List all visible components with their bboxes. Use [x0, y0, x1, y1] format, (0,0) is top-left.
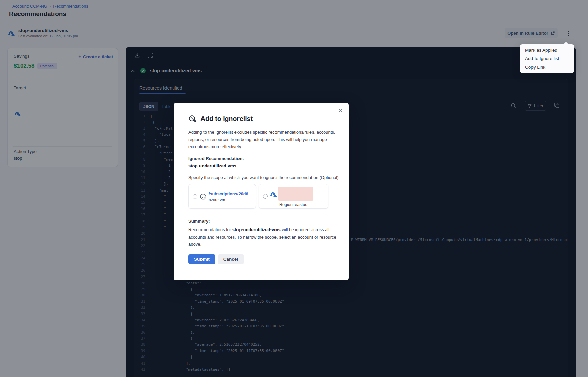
resource-scope-radio[interactable] — [263, 194, 268, 199]
ignored-recommendation-value: stop-underutilized-vms — [188, 163, 334, 168]
menu-item-copy-link[interactable]: Copy Link — [520, 63, 574, 71]
cancel-button[interactable]: Cancel — [218, 254, 244, 264]
scope-label: Specify the scope at which you want to i… — [188, 174, 340, 181]
subscription-link[interactable]: /subscriptions/20d6... — [209, 192, 252, 196]
resource-region: Region: eastus — [279, 202, 307, 207]
modal-title: Add to Ignorelist — [200, 115, 253, 123]
summary-label: Summary: — [188, 219, 334, 224]
menu-item-add-to-ignore-list[interactable]: Add to Ignore list — [520, 54, 574, 63]
add-to-ignorelist-modal: ✕ Add to Ignorelist Adding to the Ignore… — [174, 103, 349, 280]
azure-icon — [270, 190, 277, 197]
close-icon[interactable]: ✕ — [338, 107, 343, 114]
context-menu: Mark as AppliedAdd to Ignore listCopy Li… — [520, 44, 574, 73]
modal-description: Adding to the Ignorelist excludes specif… — [188, 129, 340, 151]
resource-type: azure.vm — [209, 198, 252, 202]
ignore-icon — [188, 115, 197, 123]
scope-card-account[interactable]: /subscriptions/20d6... azure.vm — [188, 184, 256, 209]
redacted-resource-name — [278, 187, 313, 201]
scope-card-resource[interactable]: Region: eastus — [259, 184, 328, 209]
summary-text: Recommendations for stop-underutilized-v… — [188, 226, 340, 248]
ignored-recommendation-label: Ignored Recommendation: — [188, 156, 334, 161]
account-scope-radio[interactable] — [193, 194, 197, 199]
context-menu-items: Mark as AppliedAdd to Ignore listCopy Li… — [520, 46, 574, 71]
subscription-icon — [200, 193, 207, 200]
submit-button[interactable]: Submit — [188, 254, 215, 264]
summary-rule-name: stop-underutilized-vms — [232, 227, 281, 232]
summary-prefix: Recommendations for — [188, 227, 232, 232]
